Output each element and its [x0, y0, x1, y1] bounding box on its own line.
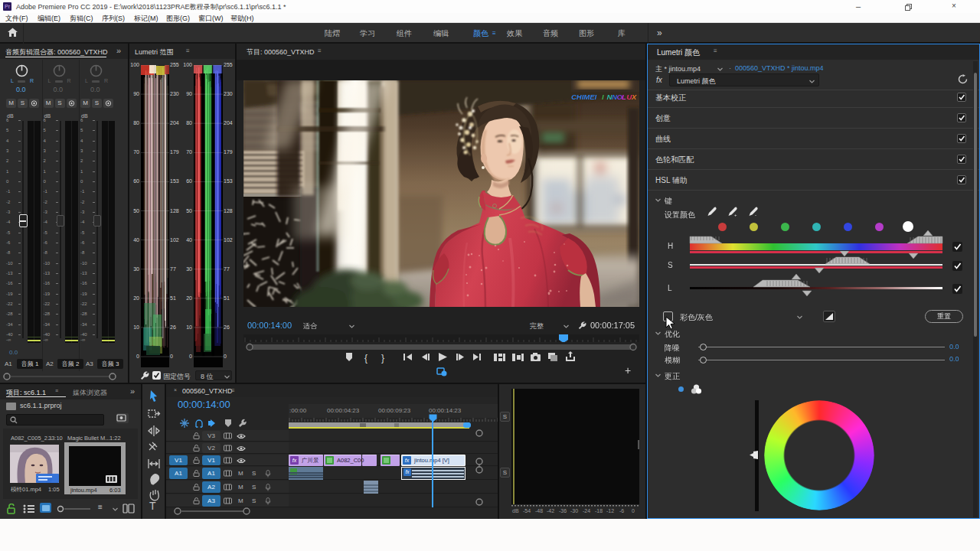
svg-text:CHIMEI: CHIMEI — [571, 93, 597, 101]
svg-text:-: - — [755, 213, 756, 217]
svg-text:I: I — [602, 93, 604, 101]
svg-text:L: L — [622, 93, 626, 101]
svg-text:{: { — [364, 353, 368, 364]
svg-text:}: } — [381, 353, 384, 364]
svg-text:X: X — [631, 93, 637, 101]
svg-text:+: + — [734, 213, 737, 217]
svg-text:T: T — [149, 500, 156, 511]
